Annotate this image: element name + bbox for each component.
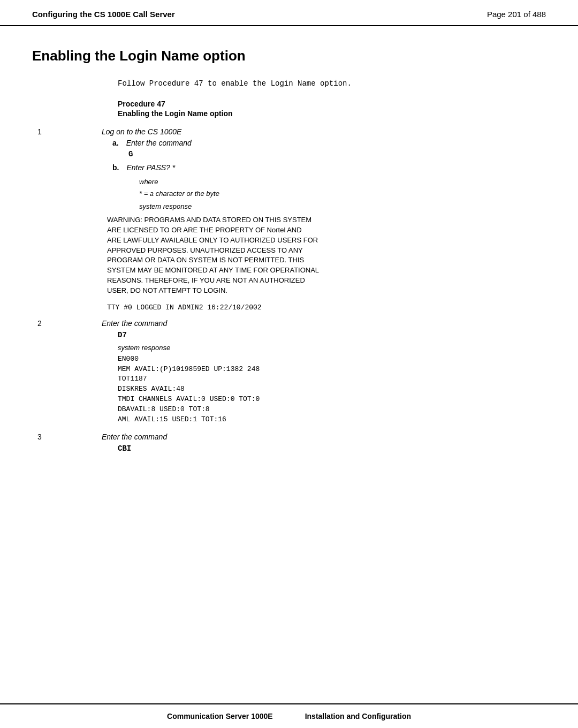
page-container: Configuring the CS 1000E Call Server Pag… [0, 0, 578, 728]
step-1b-letter: b. [112, 163, 119, 172]
resp-line-7: AML AVAIL:15 USED:1 TOT:16 [118, 415, 546, 425]
procedure-label: Procedure 47 [118, 100, 546, 108]
resp-line-2: MEM AVAIL:(P)1019859ED UP:1382 248 [118, 365, 546, 375]
step-2-number: 2 [32, 319, 59, 328]
step-2-command: D7 [118, 330, 546, 339]
resp-line-3: TOT1187 [118, 374, 546, 384]
header-title: Configuring the CS 1000E Call Server [32, 10, 175, 19]
resp-line-6: DBAVAIL:8 USED:0 TOT:8 [118, 405, 546, 415]
step-1a-letter: a. [112, 139, 119, 147]
step-2-row: 2 Enter the command [32, 319, 546, 328]
step-2-label: Enter the command [59, 319, 167, 328]
footer-right: Installation and Configuration [305, 712, 411, 721]
warning-block: WARNING: PROGRAMS AND DATA STORED ON THI… [107, 215, 428, 296]
step-2-response: EN000 MEM AVAIL:(P)1019859ED UP:1382 248… [118, 354, 546, 425]
step-1-label: Log on to the CS 1000E [59, 127, 181, 136]
step-1b-resp-label: system response [139, 201, 546, 211]
step-3-command: CBI [118, 443, 546, 453]
step-1a-label: Enter the command [126, 139, 192, 147]
step-1b-note: where [139, 177, 546, 186]
step-1b: b. Enter PASS? * [112, 163, 546, 172]
tty-line: TTY #0 LOGGED IN ADMIN2 16:22/10/2002 [107, 304, 546, 312]
response-label-1b: system response [139, 202, 192, 210]
step-3-label: Enter the command [59, 433, 167, 441]
page-header: Configuring the CS 1000E Call Server Pag… [0, 0, 578, 26]
step-1a-command: G [128, 150, 546, 158]
step-1b-label: Enter PASS? * [126, 163, 175, 172]
header-page: Page 201 of 488 [487, 10, 546, 19]
step-1b-note-text: where [139, 178, 158, 186]
step-1b-where-text: * = a character or the byte [139, 189, 219, 198]
step-3-number: 3 [32, 433, 59, 441]
page-footer: Communication Server 1000E Installation … [0, 703, 578, 728]
step-1-number: 1 [32, 127, 59, 136]
step-1b-where: * = a character or the byte [139, 188, 546, 198]
resp-line-1: EN000 [118, 354, 546, 365]
chapter-title: Enabling the Login Name option [32, 48, 546, 64]
footer-left: Communication Server 1000E [167, 712, 273, 721]
step-3-row: 3 Enter the command [32, 433, 546, 441]
step-2-response-label: system response [118, 343, 546, 352]
step-1-row: 1 Log on to the CS 1000E [32, 127, 546, 136]
resp-line-5: TMDI CHANNELS AVAIL:0 USED:0 TOT:0 [118, 395, 546, 405]
intro-para: Follow Procedure 47 to enable the Login … [118, 79, 546, 88]
step-1a: a. Enter the command G [112, 138, 546, 158]
resp-line-4: DISKRES AVAIL:48 [118, 384, 546, 395]
page-content: Enabling the Login Name option Follow Pr… [0, 26, 578, 499]
procedure-subtitle: Enabling the Login Name option [118, 109, 546, 118]
